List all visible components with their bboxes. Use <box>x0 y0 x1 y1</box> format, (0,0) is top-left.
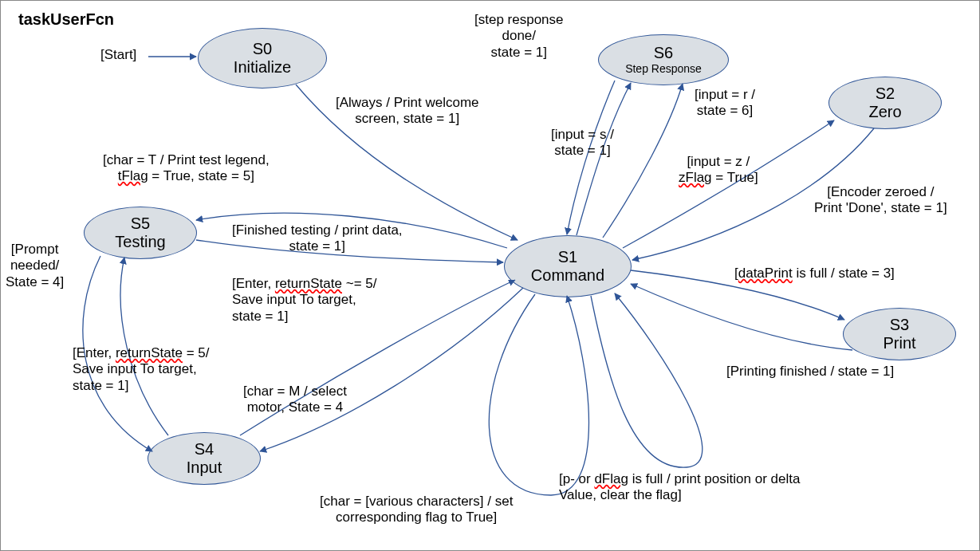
state-s5: S5 Testing <box>84 207 197 259</box>
state-s2-name: Zero <box>868 103 901 121</box>
state-s6-code: S6 <box>654 44 673 62</box>
state-s5-name: Testing <box>115 233 165 251</box>
label-s1-s2: [input = z / zFlag = True] <box>679 154 758 187</box>
diagram-canvas: taskUserFcn S0 Initialize S6 Step Respon… <box>0 0 980 551</box>
label-s4-s1: [Enter, returnState ~= 5/ Save input To … <box>232 276 376 325</box>
label-s5-s1: [Finished testing / print data, state = … <box>232 222 403 255</box>
state-s1-name: Command <box>531 266 604 285</box>
state-s0: S0 Initialize <box>198 28 327 89</box>
label-s1-s3: [dataPrint is full / state = 3] <box>734 266 895 281</box>
label-loop-chars: [char = [various characters] / set corre… <box>320 494 513 526</box>
state-s1: S1 Command <box>504 235 632 297</box>
state-s2: S2 Zero <box>828 77 942 129</box>
state-s1-code: S1 <box>558 248 577 266</box>
label-s1-s5: [char = T / Print test legend, tFlag = T… <box>103 152 270 185</box>
label-s5-s4: [Prompt needed/ State = 4] <box>6 242 64 290</box>
label-s6-s1: [step response done/ state = 1] <box>474 12 564 61</box>
state-s6-name: Step Response <box>625 62 702 75</box>
state-s3: S3 Print <box>843 308 956 360</box>
label-s0-s1: [Always / Print welcome screen, state = … <box>336 95 479 128</box>
label-s4-s5: [Enter, returnState = 5/ Save input To t… <box>73 345 210 394</box>
state-s6: S6 Step Response <box>598 34 729 85</box>
label-s3-s1: [Printing finished / state = 1] <box>726 364 894 380</box>
state-s4-code: S4 <box>195 440 214 459</box>
state-s4: S4 Input <box>148 432 261 485</box>
label-s2-s1: [Encoder zeroed / Print 'Done', state = … <box>814 184 947 217</box>
state-s5-code: S5 <box>131 214 150 233</box>
state-s0-name: Initialize <box>234 58 291 77</box>
label-loop-pd: [p- or dFlag is full / print position or… <box>559 471 800 504</box>
label-start: [Start] <box>100 47 136 63</box>
state-s3-code: S3 <box>890 316 909 334</box>
state-s4-name: Input <box>187 459 222 477</box>
label-s1-s6-r: [input = r / state = 6] <box>695 87 755 120</box>
state-s2-code: S2 <box>876 85 895 103</box>
label-s1-s6-s: [input = s / state = 1] <box>551 127 614 159</box>
label-s1-s4: [char = M / select motor, State = 4 <box>243 384 347 416</box>
state-s0-code: S0 <box>253 40 272 58</box>
state-s3-name: Print <box>883 334 915 352</box>
diagram-title: taskUserFcn <box>18 10 114 29</box>
